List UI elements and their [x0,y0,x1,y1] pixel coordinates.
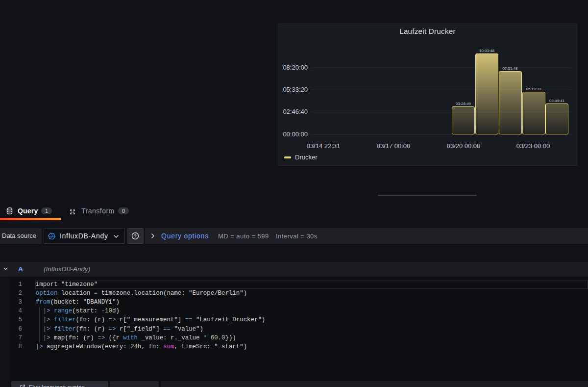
svg-text:?: ? [134,233,137,238]
